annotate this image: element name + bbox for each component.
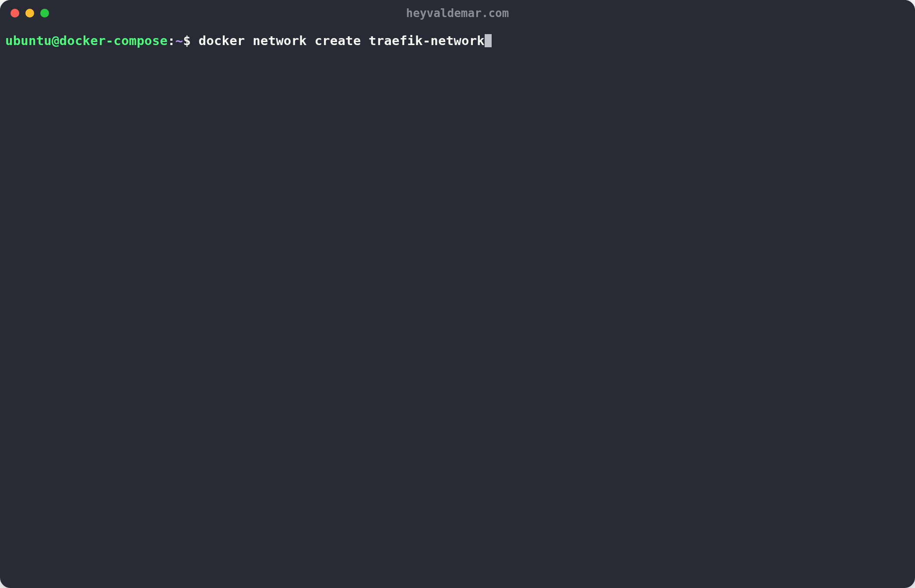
- prompt-line: ubuntu@docker-compose:~$: [5, 33, 191, 48]
- traffic-lights: [11, 9, 49, 18]
- prompt-symbol: $: [183, 33, 191, 48]
- cursor-icon: [485, 34, 492, 47]
- close-icon[interactable]: [11, 9, 19, 18]
- minimize-icon[interactable]: [25, 9, 34, 18]
- window-title: heyvaldemar.com: [406, 7, 509, 20]
- terminal-window: heyvaldemar.com ubuntu@docker-compose:~$…: [0, 0, 915, 588]
- prompt-colon: :: [168, 33, 176, 48]
- prompt-cwd: ~: [176, 33, 183, 48]
- maximize-icon[interactable]: [40, 9, 49, 18]
- prompt-user-host: ubuntu@docker-compose: [5, 33, 168, 48]
- command-text: docker network create traefik-network: [199, 33, 485, 48]
- terminal-body[interactable]: ubuntu@docker-compose:~$ docker network …: [0, 26, 915, 588]
- title-bar: heyvaldemar.com: [0, 0, 915, 26]
